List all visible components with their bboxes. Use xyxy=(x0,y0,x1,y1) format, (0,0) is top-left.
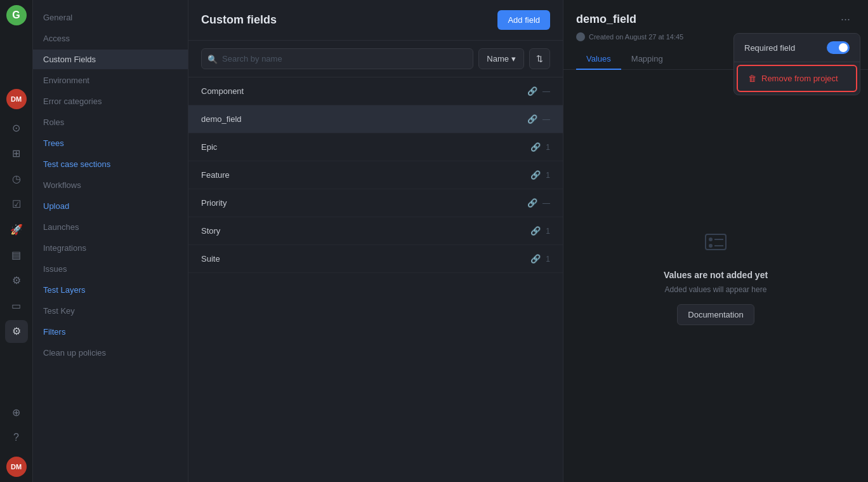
grid-icon[interactable]: ⊞ xyxy=(5,142,28,165)
sidebar-item-upload[interactable]: Upload xyxy=(33,196,188,216)
link-icon: 🔗 xyxy=(527,86,537,96)
sidebar-item-clean-up-policies[interactable]: Clean up policies xyxy=(33,343,188,363)
field-actions: 🔗 — xyxy=(527,198,550,208)
fields-list: Component 🔗 — demo_field 🔗 — Epic 🔗 1 Fe… xyxy=(188,77,563,482)
field-name: demo_field xyxy=(201,114,242,124)
sidebar-item-test-case-sections[interactable]: Test case sections xyxy=(33,154,188,174)
sidebar-item-environment[interactable]: Environment xyxy=(33,70,188,90)
chevron-down-icon: ▾ xyxy=(511,54,516,64)
sort-order-button[interactable]: ⇅ xyxy=(529,48,550,69)
link-icon: 🔗 xyxy=(530,254,541,264)
monitor-icon[interactable]: ▭ xyxy=(5,295,28,318)
nav-sidebar: General Access Custom Fields Environment… xyxy=(33,0,188,482)
sidebar-item-trees[interactable]: Trees xyxy=(33,133,188,153)
field-name: Component xyxy=(201,86,244,96)
field-row[interactable]: Story 🔗 1 xyxy=(188,217,563,245)
sidebar-item-custom-fields[interactable]: Custom Fields xyxy=(33,50,188,69)
field-row[interactable]: Epic 🔗 1 xyxy=(188,133,563,161)
field-row[interactable]: demo_field 🔗 — xyxy=(188,105,563,133)
sidebar-item-test-layers[interactable]: Test Layers xyxy=(33,280,188,300)
search-wrap: 🔍 xyxy=(201,48,473,69)
tab-mapping[interactable]: Mapping xyxy=(621,49,673,70)
field-row[interactable]: Component 🔗 — xyxy=(188,77,563,105)
search-input[interactable] xyxy=(201,48,473,69)
check-icon[interactable]: ☑ xyxy=(5,193,28,216)
name-sort-button[interactable]: Name ▾ xyxy=(478,48,524,69)
trash-icon: 🗑 xyxy=(748,74,756,83)
sidebar-item-workflows[interactable]: Workflows xyxy=(33,175,188,195)
home-icon[interactable]: ⊙ xyxy=(5,117,28,140)
field-actions: 🔗 1 xyxy=(530,142,550,152)
sort-icon: ⇅ xyxy=(536,54,543,64)
table-icon[interactable]: ▤ xyxy=(5,244,28,267)
more-options-button[interactable]: ··· xyxy=(836,10,855,29)
field-name: Suite xyxy=(201,254,220,264)
rocket-icon[interactable]: 🚀 xyxy=(5,218,28,241)
field-actions: 🔗 1 xyxy=(530,226,550,236)
avatar[interactable]: DM xyxy=(6,89,27,109)
field-actions: 🔗 — xyxy=(527,114,550,124)
clock-icon[interactable]: ◷ xyxy=(5,168,28,191)
main-content: Custom fields Add field 🔍 Name ▾ ⇅ Compo… xyxy=(188,0,563,482)
globe-icon xyxy=(576,32,585,41)
sidebar-item-roles[interactable]: Roles xyxy=(33,112,188,132)
link-icon: 🔗 xyxy=(527,114,537,124)
count-badge: 1 xyxy=(546,143,550,152)
plus-circle-icon[interactable]: ⊕ xyxy=(5,401,28,424)
field-actions: 🔗 1 xyxy=(530,254,550,264)
count-badge: 1 xyxy=(546,227,550,236)
remove-from-project-row[interactable]: 🗑 Remove from project xyxy=(737,65,857,92)
link-icon: 🔗 xyxy=(530,170,541,180)
sidebar-item-general[interactable]: General xyxy=(33,8,188,27)
add-field-button[interactable]: Add field xyxy=(497,10,550,30)
sidebar-item-test-key[interactable]: Test Key xyxy=(33,301,188,321)
search-icon: 🔍 xyxy=(207,54,218,64)
svg-point-3 xyxy=(709,244,713,248)
link-icon: 🔗 xyxy=(530,226,541,236)
user-avatar[interactable]: DM xyxy=(6,457,27,477)
page-title: Custom fields xyxy=(201,13,277,27)
empty-state-title: Values are not added yet xyxy=(664,270,768,280)
count-badge: — xyxy=(542,115,550,124)
bug-icon[interactable]: ⚙ xyxy=(5,269,28,292)
empty-state-icon xyxy=(700,227,731,262)
svg-rect-0 xyxy=(706,234,726,250)
tab-values[interactable]: Values xyxy=(576,49,621,70)
field-name: Epic xyxy=(201,142,217,152)
sidebar-item-issues[interactable]: Issues xyxy=(33,259,188,279)
sidebar-item-launches[interactable]: Launches xyxy=(33,217,188,237)
sidebar-item-filters[interactable]: Filters xyxy=(33,322,188,342)
right-panel: demo_field ··· Created on August 27 at 1… xyxy=(563,0,868,482)
sidebar-item-access[interactable]: Access xyxy=(33,29,188,48)
right-header-top: demo_field ··· xyxy=(576,10,855,29)
icon-sidebar: G DM ⊙ ⊞ ◷ ☑ 🚀 ▤ ⚙ ▭ ⚙ ⊕ ? DM xyxy=(0,0,33,482)
required-field-toggle[interactable] xyxy=(827,41,850,54)
count-badge: — xyxy=(542,87,550,96)
settings-icon[interactable]: ⚙ xyxy=(5,320,28,343)
created-text: Created on August 27 at 14:45 xyxy=(589,33,683,41)
empty-state: Values are not added yet Added values wi… xyxy=(563,70,868,482)
field-row[interactable]: Suite 🔗 1 xyxy=(188,245,563,273)
field-row[interactable]: Feature 🔗 1 xyxy=(188,161,563,189)
help-icon[interactable]: ? xyxy=(5,426,28,449)
field-name: Priority xyxy=(201,198,227,208)
count-badge: — xyxy=(542,199,550,208)
sidebar-item-error-categories[interactable]: Error categories xyxy=(33,91,188,111)
link-icon: 🔗 xyxy=(527,198,537,208)
field-row[interactable]: Priority 🔗 — xyxy=(188,189,563,217)
app-logo[interactable]: G xyxy=(6,5,27,25)
field-actions: 🔗 1 xyxy=(530,170,550,180)
required-field-row: Required field xyxy=(734,34,860,62)
field-name: Feature xyxy=(201,170,230,180)
required-field-dropdown: Required field 🗑 Remove from project xyxy=(733,33,860,95)
documentation-button[interactable]: Documentation xyxy=(677,304,754,325)
field-actions: 🔗 — xyxy=(527,86,550,96)
empty-state-subtitle: Added values will appear here xyxy=(665,285,767,294)
sidebar-item-integrations[interactable]: Integrations xyxy=(33,238,188,258)
count-badge: 1 xyxy=(546,171,550,180)
svg-point-1 xyxy=(709,238,713,241)
right-panel-field-title: demo_field xyxy=(576,13,636,26)
link-icon: 🔗 xyxy=(530,142,541,152)
main-header: Custom fields Add field xyxy=(188,0,563,41)
field-name: Story xyxy=(201,226,220,236)
